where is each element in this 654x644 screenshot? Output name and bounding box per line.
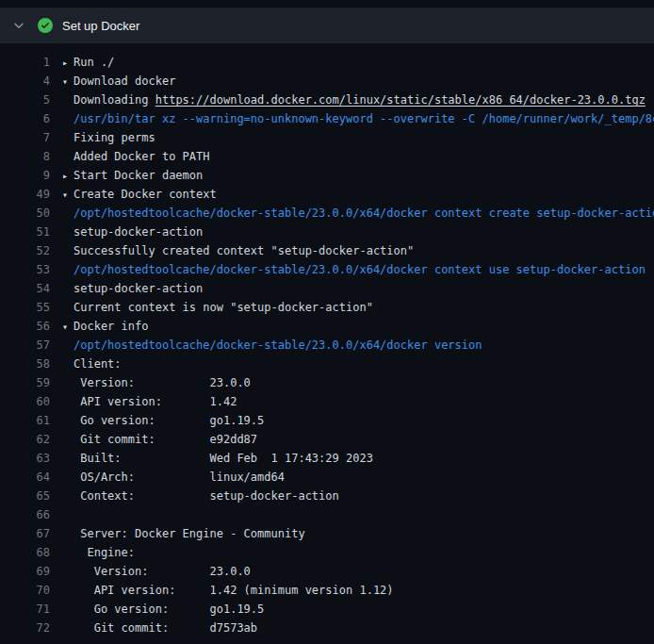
line-text: Run ./ — [74, 53, 114, 72]
log-url-link[interactable]: https://download.docker.com/linux/static… — [155, 93, 646, 107]
log-line: 54 setup-docker-action — [0, 279, 654, 298]
line-number[interactable]: 71 — [0, 600, 50, 619]
log-lines: 1 ▸ Run ./ 4 ▾ Download docker 5 Downloa… — [0, 43, 654, 637]
line-number[interactable]: 55 — [0, 298, 50, 317]
log-line: 7 Fixing perms — [0, 128, 654, 147]
line-text: Context: setup-docker-action — [74, 487, 339, 505]
log-line: 50 /opt/hostedtoolcache/docker-stable/23… — [0, 204, 654, 223]
log-line[interactable]: 1 ▸ Run ./ — [0, 53, 654, 72]
line-text: Version: 23.0.0 — [74, 373, 251, 392]
log-line: 64 OS/Arch: linux/amd64 — [0, 468, 654, 487]
line-text: Download docker — [74, 72, 175, 91]
line-text: setup-docker-action — [74, 279, 203, 298]
step-header[interactable]: Set up Docker — [0, 8, 654, 43]
line-text: setup-docker-action — [74, 223, 203, 241]
line-number[interactable]: 54 — [0, 279, 50, 298]
line-number[interactable]: 50 — [0, 204, 50, 223]
top-spacer — [0, 0, 654, 8]
log-line: 58 Client: — [0, 355, 654, 373]
line-number[interactable]: 53 — [0, 260, 50, 279]
line-number[interactable]: 8 — [0, 147, 50, 166]
line-text: Built: Wed Feb 1 17:43:29 2023 — [74, 449, 373, 468]
log-line: 63 Built: Wed Feb 1 17:43:29 2023 — [0, 449, 654, 468]
log-line[interactable]: 49 ▾ Create Docker context — [0, 185, 654, 204]
group-expanded-arrow-icon: ▾ — [62, 186, 74, 204]
line-number[interactable]: 64 — [0, 468, 50, 487]
line-text: Git commit: e92dd87 — [74, 430, 257, 449]
line-text: Go version: go1.19.5 — [74, 600, 264, 619]
chevron-down-icon[interactable] — [12, 19, 25, 32]
log-line: 57 /opt/hostedtoolcache/docker-stable/23… — [0, 336, 654, 355]
line-number[interactable]: 67 — [0, 524, 50, 543]
log-line: 71 Go version: go1.19.5 — [0, 600, 654, 619]
line-number[interactable]: 60 — [0, 392, 50, 411]
line-number[interactable]: 4 — [0, 72, 50, 91]
line-number[interactable]: 6 — [0, 109, 50, 128]
line-number[interactable]: 63 — [0, 449, 50, 468]
log-text-segment: Downloading — [74, 93, 155, 107]
success-check-icon — [38, 18, 53, 33]
log-line: 59 Version: 23.0.0 — [0, 373, 654, 392]
line-number[interactable]: 72 — [0, 619, 50, 637]
line-text: /opt/hostedtoolcache/docker-stable/23.0.… — [74, 204, 654, 223]
log-line: 72 Git commit: d7573ab — [0, 619, 654, 637]
group-expanded-arrow-icon: ▾ — [62, 73, 74, 91]
workflow-log-page: Set up Docker 1 ▸ Run ./ 4 ▾ Download do… — [0, 0, 654, 644]
log-line: 62 Git commit: e92dd87 — [0, 430, 654, 449]
log-line[interactable]: 56 ▾ Docker info — [0, 317, 654, 336]
group-collapsed-arrow-icon: ▸ — [62, 54, 74, 72]
line-text: Added Docker to PATH — [74, 147, 210, 166]
group-collapsed-arrow-icon: ▸ — [62, 167, 74, 185]
line-text: Git commit: d7573ab — [74, 619, 257, 637]
line-text: API version: 1.42 — [74, 392, 237, 411]
line-number[interactable]: 59 — [0, 373, 50, 392]
line-number[interactable]: 9 — [0, 166, 50, 185]
line-text: Successfully created context "setup-dock… — [74, 241, 414, 260]
line-number[interactable]: 51 — [0, 223, 50, 241]
line-text: Client: — [74, 355, 122, 373]
line-number[interactable]: 66 — [0, 505, 50, 524]
line-text: OS/Arch: linux/amd64 — [74, 468, 285, 487]
line-text: Current context is now "setup-docker-act… — [74, 298, 373, 317]
log-line: 52 Successfully created context "setup-d… — [0, 241, 654, 260]
line-text: Engine: — [74, 543, 135, 562]
log-line: 53 /opt/hostedtoolcache/docker-stable/23… — [0, 260, 654, 279]
log-line: 51 setup-docker-action — [0, 223, 654, 241]
log-line: 70 API version: 1.42 (minimum version 1.… — [0, 581, 654, 600]
line-number[interactable]: 69 — [0, 562, 50, 581]
line-number[interactable]: 5 — [0, 91, 50, 109]
log-line: 5 Downloading https://download.docker.co… — [0, 91, 654, 109]
line-number[interactable]: 62 — [0, 430, 50, 449]
log-line: 65 Context: setup-docker-action — [0, 487, 654, 505]
line-text: Version: 23.0.0 — [74, 562, 251, 581]
line-text: Start Docker daemon — [74, 166, 203, 185]
line-number[interactable]: 7 — [0, 128, 50, 147]
line-text: Server: Docker Engine - Community — [74, 524, 305, 543]
log-line: 66 — [0, 505, 654, 524]
log-line: 68 Engine: — [0, 543, 654, 562]
line-text: Fixing perms — [74, 128, 155, 147]
line-text: Go version: go1.19.5 — [74, 411, 264, 430]
line-number[interactable]: 70 — [0, 581, 50, 600]
line-text: API version: 1.42 (minimum version 1.12) — [74, 581, 394, 600]
line-text: Create Docker context — [74, 185, 217, 204]
line-number[interactable]: 52 — [0, 241, 50, 260]
line-number[interactable]: 1 — [0, 53, 50, 72]
log-line[interactable]: 9 ▸ Start Docker daemon — [0, 166, 654, 185]
line-text: Docker info — [74, 317, 148, 336]
log-line: 69 Version: 23.0.0 — [0, 562, 654, 581]
line-number[interactable]: 65 — [0, 487, 50, 505]
line-number[interactable]: 61 — [0, 411, 50, 430]
line-number[interactable]: 56 — [0, 317, 50, 336]
line-text: /opt/hostedtoolcache/docker-stable/23.0.… — [74, 336, 482, 355]
line-number[interactable]: 58 — [0, 355, 50, 373]
line-number[interactable]: 57 — [0, 336, 50, 355]
group-expanded-arrow-icon: ▾ — [62, 318, 74, 336]
log-line: 8 Added Docker to PATH — [0, 147, 654, 166]
log-line: 61 Go version: go1.19.5 — [0, 411, 654, 430]
log-line[interactable]: 4 ▾ Download docker — [0, 72, 654, 91]
line-number[interactable]: 49 — [0, 185, 50, 204]
log-line: 6 /usr/bin/tar xz --warning=no-unknown-k… — [0, 109, 654, 128]
line-number[interactable]: 68 — [0, 543, 50, 562]
line-text: /usr/bin/tar xz --warning=no-unknown-key… — [74, 109, 654, 128]
